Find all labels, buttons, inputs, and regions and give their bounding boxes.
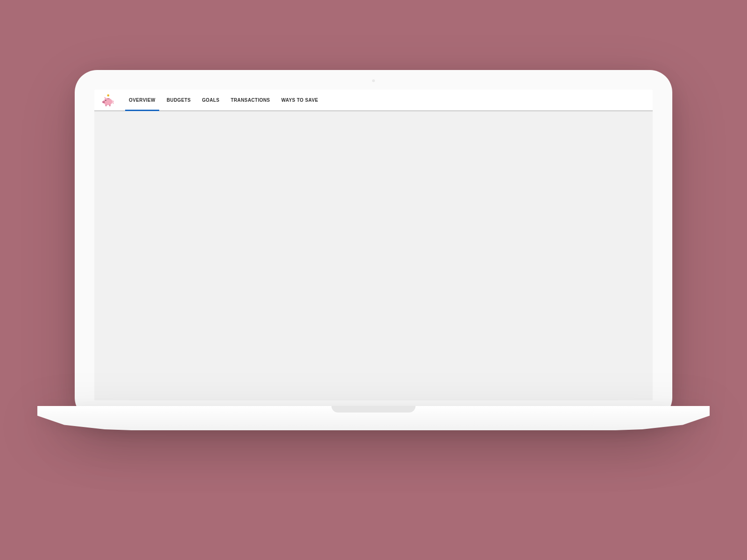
svg-rect-8 [106, 105, 107, 106]
navbar: OVERVIEW BUDGETS GOALS TRANSACTIONS WAYS… [94, 90, 653, 111]
laptop-lid: OVERVIEW BUDGETS GOALS TRANSACTIONS WAYS… [75, 70, 672, 420]
nav-tabs: OVERVIEW BUDGETS GOALS TRANSACTIONS WAYS… [123, 90, 324, 111]
svg-point-5 [104, 102, 104, 102]
laptop-base [37, 406, 710, 430]
svg-rect-7 [107, 98, 110, 98]
tab-budgets[interactable]: BUDGETS [161, 90, 197, 111]
app-screen: OVERVIEW BUDGETS GOALS TRANSACTIONS WAYS… [94, 90, 653, 400]
svg-point-3 [102, 101, 105, 103]
tab-label: BUDGETS [167, 98, 191, 103]
svg-point-6 [106, 100, 106, 101]
tab-label: OVERVIEW [129, 98, 155, 103]
main-content [94, 111, 653, 400]
laptop-notch-icon [331, 406, 416, 413]
svg-point-4 [103, 102, 104, 102]
piggy-bank-icon [101, 93, 115, 107]
tab-goals[interactable]: GOALS [197, 90, 226, 111]
tab-ways-to-save[interactable]: WAYS TO SAVE [275, 90, 324, 111]
svg-rect-9 [109, 105, 111, 106]
tab-transactions[interactable]: TRANSACTIONS [225, 90, 275, 111]
tab-label: WAYS TO SAVE [281, 98, 318, 103]
laptop-camera-icon [372, 79, 375, 82]
svg-point-1 [108, 95, 109, 96]
tab-overview[interactable]: OVERVIEW [123, 90, 161, 111]
tab-label: TRANSACTIONS [231, 98, 270, 103]
tab-label: GOALS [202, 98, 220, 103]
